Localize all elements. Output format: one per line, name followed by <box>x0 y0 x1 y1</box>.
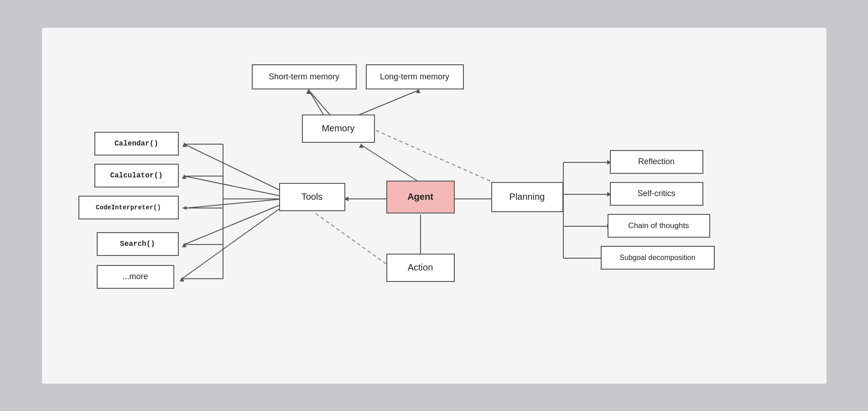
svg-marker-23 <box>180 277 184 281</box>
tools-box: Tools <box>279 183 345 211</box>
long-term-memory-box: Long-term memory <box>366 64 464 89</box>
svg-line-14 <box>184 144 284 192</box>
chain-of-thoughts-box: Chain of thoughts <box>608 214 710 238</box>
svg-marker-19 <box>182 206 187 210</box>
calendar-box: Calendar() <box>94 132 179 156</box>
svg-line-6 <box>361 145 421 183</box>
reflection-box: Reflection <box>610 150 703 174</box>
memory-box: Memory <box>302 114 375 143</box>
self-critics-box: Self-critics <box>610 182 703 206</box>
svg-marker-1 <box>307 89 311 94</box>
agent-box: Agent <box>386 181 455 213</box>
svg-marker-15 <box>182 142 187 147</box>
calculator-box: Calculator() <box>94 164 179 187</box>
svg-line-18 <box>187 199 284 208</box>
svg-line-2 <box>309 90 332 117</box>
search-box: Search() <box>97 232 179 256</box>
action-box: Action <box>386 254 455 282</box>
planning-box: Planning <box>491 182 563 212</box>
svg-line-16 <box>184 176 284 197</box>
svg-line-0 <box>309 90 325 117</box>
subgoal-decomposition-box: Subgoal decomposition <box>601 246 715 270</box>
svg-line-4 <box>354 90 418 117</box>
svg-line-20 <box>184 203 284 245</box>
short-term-memory-box: Short-term memory <box>252 64 357 89</box>
svg-marker-17 <box>182 174 187 179</box>
diagram-slide: Short-term memory Long-term memory Memor… <box>42 28 826 384</box>
svg-line-44 <box>316 213 388 265</box>
svg-line-22 <box>182 206 284 279</box>
code-interpreter-box: CodeInterpreter() <box>78 196 179 219</box>
svg-marker-21 <box>182 243 187 247</box>
svg-marker-7 <box>359 143 364 148</box>
more-box: ...more <box>97 265 174 289</box>
